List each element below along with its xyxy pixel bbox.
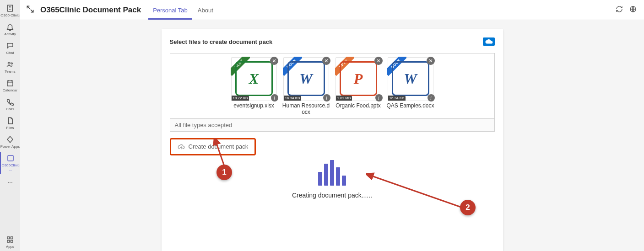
rail-item-powerapps[interactable]: Power Apps [0,133,20,151]
document-pack-card: Select files to create document pack XLS… [162,29,503,251]
file-card[interactable]: PPTX P 1.01 MB i Organic Food.pptx [334,57,383,116]
cloud-icon [484,39,493,44]
file-icon [6,117,14,125]
rail-item-calendar[interactable]: Calendar [0,77,20,95]
people-icon [6,60,14,69]
rail-more[interactable]: ··· [0,175,20,189]
callout-badge-2: 2 [460,200,476,215]
refresh-icon [616,5,623,13]
remove-file-button[interactable] [427,57,435,65]
rail-label: Power Apps [0,144,20,149]
rail-item-chat[interactable]: Chat [0,39,20,57]
svg-rect-6 [11,237,13,239]
file-info-button[interactable]: i [323,94,330,101]
globe-button[interactable] [629,5,637,14]
file-card[interactable]: DOCX W 16.34 KB i Human Resource.docx [282,57,330,116]
rail-label: O365 Clinic [0,13,19,17]
svg-rect-0 [8,5,13,11]
file-thumbnail: PPTX P 1.01 MB i [336,57,381,101]
remove-file-button[interactable] [374,57,383,65]
card-title: Select files to create document pack [170,38,273,45]
rail-label: Calls [6,107,14,111]
callout-badge-1: 1 [216,165,232,180]
progress-label: Creating document pack...... [170,192,495,199]
tab-about[interactable]: About [193,1,218,20]
svg-rect-5 [7,237,10,239]
file-size-badge: 16.34 KB [388,96,406,101]
calendar-icon [6,79,14,87]
rail-label: Teams [5,69,16,74]
cloud-upload-icon [178,143,185,150]
file-info-button[interactable]: i [271,94,278,101]
file-name: QAS Eamples.docx [386,103,435,109]
grid-icon [6,235,14,244]
bell-icon [6,23,14,31]
file-size-badge: 1.01 MB [336,96,352,101]
left-rail: O365 Clinic Activity Chat Teams Calendar… [0,0,20,251]
top-bar: O365Clinic Document Pack Personal Tab Ab… [20,0,644,20]
content: Select files to create document pack XLS… [20,20,644,251]
file-name: Human Resource.docx [282,103,330,116]
rail-label: Files [6,126,14,130]
svg-point-1 [8,62,11,64]
file-card[interactable]: XLSX X 10.72 KB i eventsignup.xlsx [230,57,278,116]
create-button-label: Create document pack [189,143,249,150]
remove-file-button[interactable] [322,57,330,65]
rail-item-o365clinic-app[interactable]: O365Clinic ... [0,152,20,174]
expand-icon [26,5,35,14]
dropzone-footer: All file types accepted [170,118,494,131]
rail-item-o365clinic[interactable]: O365 Clinic [0,2,20,20]
svg-rect-7 [7,240,10,243]
rail-label: Chat [6,51,14,55]
file-drop-zone[interactable]: XLSX X 10.72 KB i eventsignup.xlsx DOCX … [170,53,495,132]
chat-icon [6,42,14,50]
create-document-pack-button[interactable]: Create document pack [170,138,256,155]
rail-label: Calendar [3,88,17,92]
rail-label: Apps [6,245,14,249]
tab-personal[interactable]: Personal Tab [148,1,192,20]
building-icon [6,4,14,12]
progress-area: Creating document pack...... [170,160,495,199]
app-icon [6,154,15,162]
phone-icon [6,98,14,106]
rail-item-teams[interactable]: Teams [0,58,20,76]
svg-point-2 [11,63,12,64]
file-letter-icon: P [354,70,363,87]
file-thumbnail: XLSX X 10.72 KB i [231,57,277,101]
onedrive-badge[interactable] [483,37,495,46]
loading-bars-icon [318,160,346,186]
diamond-icon [6,135,14,144]
close-icon [428,59,433,63]
close-icon [324,59,329,63]
file-info-button[interactable]: i [375,94,383,101]
file-letter-icon: W [404,70,417,87]
svg-rect-4 [8,155,13,161]
refresh-button[interactable] [616,5,623,14]
rail-item-apps[interactable]: Apps [0,233,20,251]
file-thumbnail: DOCX W 16.34 KB i [388,57,433,101]
file-info-button[interactable]: i [428,94,435,101]
app-tab-icon [26,5,35,15]
close-icon [272,59,276,63]
svg-rect-3 [7,81,13,86]
file-letter-icon: W [299,70,312,87]
file-name: Organic Food.pptx [334,103,383,109]
remove-file-button[interactable] [270,57,278,65]
file-size-badge: 16.34 KB [284,96,302,101]
files-row: XLSX X 10.72 KB i eventsignup.xlsx DOCX … [170,53,494,118]
file-thumbnail: DOCX W 16.34 KB i [283,57,329,101]
tabs: Personal Tab About [148,1,218,20]
globe-icon [629,5,637,13]
rail-item-activity[interactable]: Activity [0,21,20,38]
rail-item-files[interactable]: Files [0,114,20,132]
file-letter-icon: X [249,70,259,87]
rail-label: O365Clinic ... [1,163,19,171]
file-size-badge: 10.72 KB [232,96,249,101]
app-title: O365Clinic Document Pack [40,5,141,15]
rail-label: Activity [4,32,16,36]
file-name: eventsignup.xlsx [230,103,278,109]
rail-item-calls[interactable]: Calls [0,96,20,113]
main-area: O365Clinic Document Pack Personal Tab Ab… [20,0,644,251]
file-card[interactable]: DOCX W 16.34 KB i QAS Eamples.docx [386,57,435,116]
svg-rect-8 [11,240,13,243]
